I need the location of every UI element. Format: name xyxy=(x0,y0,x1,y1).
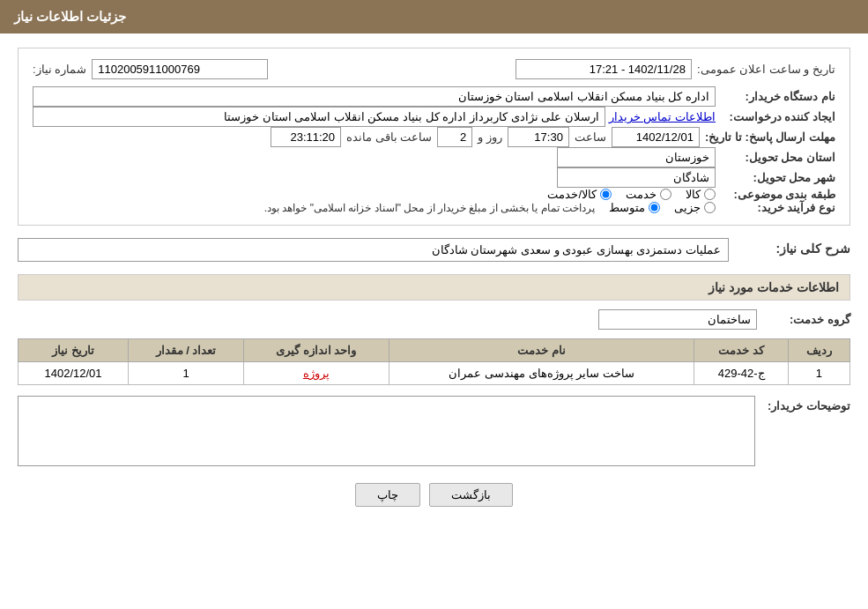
purchase-radio-jozi[interactable] xyxy=(704,202,716,213)
reply-days: 2 xyxy=(437,127,472,147)
creator-row: ایجاد کننده درخواست: اطلاعات تماس خریدار… xyxy=(33,107,835,127)
service-group-row: گروه خدمت: ساختمان xyxy=(18,309,850,330)
service-group-value: ساختمان xyxy=(598,309,757,330)
cell-unit[interactable]: پروژه xyxy=(243,362,389,385)
creator-label: ایجاد کننده درخواست: xyxy=(721,110,835,123)
col-header-qty: تعداد / مقدار xyxy=(129,339,244,362)
category-option-both[interactable]: کالا/خدمت xyxy=(547,188,612,201)
reply-time: 17:30 xyxy=(508,127,569,147)
category-radio-group: کالا خدمت کالا/خدمت xyxy=(547,188,716,201)
category-radio-kala[interactable] xyxy=(704,189,716,200)
cell-code: ج-42-429 xyxy=(694,362,788,385)
announce-value: 1402/11/28 - 17:21 xyxy=(516,59,692,79)
cell-row: 1 xyxy=(788,362,849,385)
need-number-group: 1102005911000769 شماره نیاز: xyxy=(33,59,268,79)
reply-deadline-row: مهلت ارسال پاسخ: تا تاریخ: 1402/12/01 سا… xyxy=(33,127,835,147)
buyer-org-row: نام دستگاه خریدار: اداره کل بنیاد مسکن ا… xyxy=(33,86,835,107)
col-header-code: کد خدمت xyxy=(694,339,788,362)
purchase-label-jozi: جزیی xyxy=(674,201,701,214)
creator-group: اطلاعات تماس خریدار ارسلان علی نژادی کار… xyxy=(33,107,716,127)
need-description-section: شرح کلی نیاز: عملیات دستمزدی بهسازی عبود… xyxy=(18,238,850,262)
category-label-khedmat: خدمت xyxy=(626,188,657,201)
buyer-org-label: نام دستگاه خریدار: xyxy=(721,90,835,103)
category-option-kala[interactable]: کالا xyxy=(686,188,716,201)
col-header-name: نام خدمت xyxy=(389,339,694,362)
purchase-option-motevaset[interactable]: متوسط xyxy=(609,201,660,214)
reply-remaining: 23:11:20 xyxy=(271,127,341,147)
city-row: شهر محل تحویل: شادگان xyxy=(33,167,835,188)
col-header-date: تاریخ نیاز xyxy=(19,339,129,362)
contact-link[interactable]: اطلاعات تماس خریدار xyxy=(609,110,716,123)
purchase-type-label: نوع فرآیند خرید: xyxy=(721,201,835,214)
reply-deadline-label: مهلت ارسال پاسخ: تا تاریخ: xyxy=(705,130,835,144)
purchase-radio-motevaset[interactable] xyxy=(649,202,660,213)
back-button[interactable]: بازگشت xyxy=(429,483,513,507)
page-wrapper: جزئیات اطلاعات نیاز تاریخ و ساعت اعلان ع… xyxy=(0,0,868,609)
buyer-description-section: توضیحات خریدار: xyxy=(18,396,850,469)
buyer-org-value: اداره کل بنیاد مسکن انقلاب اسلامی استان … xyxy=(33,86,716,107)
need-description-label: شرح کلی نیاز: xyxy=(736,238,850,256)
cell-date: 1402/12/01 xyxy=(19,362,129,385)
reply-date: 1402/12/01 xyxy=(612,127,700,147)
service-group-label: گروه خدمت: xyxy=(762,313,850,326)
creator-value: ارسلان علی نژادی کاربرداز اداره کل بنیاد… xyxy=(33,107,605,127)
need-info-section: تاریخ و ساعت اعلان عمومی: 1402/11/28 - 1… xyxy=(18,48,850,226)
need-number-announce-row: تاریخ و ساعت اعلان عمومی: 1402/11/28 - 1… xyxy=(33,59,835,79)
reply-deadline-group: 1402/12/01 ساعت 17:30 روز و 2 ساعت باقی … xyxy=(33,127,700,147)
col-header-unit: واحد اندازه گیری xyxy=(243,339,389,362)
city-value: شادگان xyxy=(557,167,716,188)
province-label: استان محل تحویل: xyxy=(721,151,835,164)
purchase-note: پرداخت تمام یا بخشی از مبلغ خریدار از مح… xyxy=(33,202,595,214)
cell-qty: 1 xyxy=(129,362,244,385)
buyer-description-label: توضیحات خریدار: xyxy=(762,396,850,412)
province-value: خوزستان xyxy=(557,147,716,167)
announce-label: تاریخ و ساعت اعلان عمومی: xyxy=(697,63,835,76)
purchase-label-motevaset: متوسط xyxy=(609,201,645,214)
category-row: طبقه بندی موضوعی: کالا خدمت کالا/خدمت xyxy=(33,188,835,201)
action-buttons: بازگشت چاپ xyxy=(18,483,850,524)
announce-group: تاریخ و ساعت اعلان عمومی: 1402/11/28 - 1… xyxy=(516,59,835,79)
category-option-khedmat[interactable]: خدمت xyxy=(626,188,671,201)
category-radio-both[interactable] xyxy=(600,189,612,200)
buyer-description-textarea[interactable] xyxy=(18,396,755,466)
print-button[interactable]: چاپ xyxy=(355,483,420,507)
services-table-body: 1 ج-42-429 ساخت سایر پروژه‌های مهندسی عم… xyxy=(19,362,850,385)
city-label: شهر محل تحویل: xyxy=(721,171,835,184)
services-table: ردیف کد خدمت نام خدمت واحد اندازه گیری ت… xyxy=(18,338,850,385)
province-row: استان محل تحویل: خوزستان xyxy=(33,147,835,167)
purchase-option-jozi[interactable]: جزیی xyxy=(674,201,716,214)
need-number-value: 1102005911000769 xyxy=(92,59,268,79)
services-section-title: اطلاعات خدمات مورد نیاز xyxy=(18,274,850,301)
need-description-value: عملیات دستمزدی بهسازی عبودی و سعدی شهرست… xyxy=(18,238,729,262)
services-table-header: ردیف کد خدمت نام خدمت واحد اندازه گیری ت… xyxy=(19,339,850,362)
reply-remaining-label: ساعت باقی مانده xyxy=(346,130,432,144)
cell-name: ساخت سایر پروژه‌های مهندسی عمران xyxy=(389,362,694,385)
need-description-box: عملیات دستمزدی بهسازی عبودی و سعدی شهرست… xyxy=(18,238,729,262)
reply-time-label: ساعت xyxy=(575,130,606,144)
category-label-kala: کالا xyxy=(686,188,701,201)
purchase-type-group: جزیی متوسط پرداخت تمام یا بخشی از مبلغ خ… xyxy=(33,201,716,214)
services-header-row: ردیف کد خدمت نام خدمت واحد اندازه گیری ت… xyxy=(19,339,850,362)
purchase-type-row: نوع فرآیند خرید: جزیی متوسط پرداخت تمام … xyxy=(33,201,835,214)
buyer-description-box xyxy=(18,396,755,469)
reply-day-label: روز و xyxy=(478,130,502,144)
page-title: جزئیات اطلاعات نیاز xyxy=(14,9,126,24)
category-radio-khedmat[interactable] xyxy=(660,189,671,200)
page-header: جزئیات اطلاعات نیاز xyxy=(0,0,868,33)
category-label: طبقه بندی موضوعی: xyxy=(721,188,835,201)
table-row: 1 ج-42-429 ساخت سایر پروژه‌های مهندسی عم… xyxy=(19,362,850,385)
col-header-row: ردیف xyxy=(788,339,849,362)
category-label-both: کالا/خدمت xyxy=(547,188,597,201)
need-number-label: شماره نیاز: xyxy=(33,63,86,76)
main-content: تاریخ و ساعت اعلان عمومی: 1402/11/28 - 1… xyxy=(0,33,868,538)
